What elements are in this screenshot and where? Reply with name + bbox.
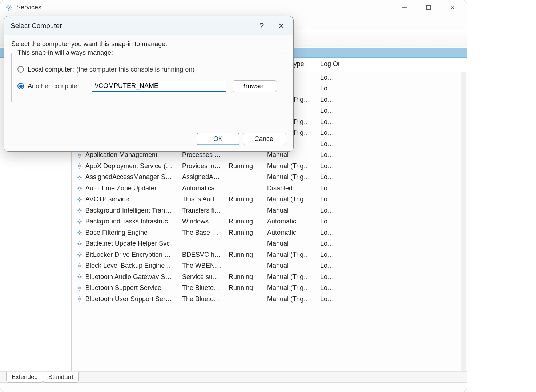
svg-point-20: [79, 243, 81, 245]
service-row[interactable]: BitLocker Drive Encryption …BDESVC hos…R…: [72, 249, 467, 260]
dialog-titlebar[interactable]: Select Computer ?: [4, 16, 293, 35]
service-row[interactable]: AppX Deployment Service (…Provides inf…R…: [72, 161, 467, 172]
service-logon: Loc…: [317, 272, 339, 282]
svg-point-14: [79, 176, 81, 178]
service-logon: Loc…: [317, 128, 339, 137]
close-button[interactable]: [440, 1, 464, 15]
service-logon: Loc…: [317, 95, 339, 104]
svg-point-15: [79, 187, 81, 189]
service-description: Windows in…: [179, 217, 226, 226]
service-startup-type: Automatic: [264, 228, 317, 237]
service-name-cell[interactable]: AppX Deployment Service (…: [72, 162, 179, 171]
service-description: Automatica…: [179, 184, 226, 193]
service-logon: Loc…: [317, 295, 339, 304]
service-status: [226, 154, 264, 156]
service-name: AssignedAccessManager Se…: [85, 173, 176, 181]
service-logon: Loc…: [317, 184, 339, 193]
statusbar: [0, 382, 467, 392]
tab-extended[interactable]: Extended: [6, 372, 43, 383]
service-status: [226, 298, 264, 300]
tab-standard[interactable]: Standard: [43, 372, 79, 383]
service-row[interactable]: Block Level Backup Engine …The WBENG…Man…: [72, 260, 467, 272]
col-logon[interactable]: Log On As: [317, 58, 339, 72]
group-legend: This snap-in will always manage:: [15, 49, 115, 57]
dialog-close-button[interactable]: [271, 18, 291, 34]
service-logon: Loc…: [317, 250, 339, 259]
service-description: The Base Fil…: [179, 228, 226, 237]
service-name-cell[interactable]: AVCTP service: [72, 195, 179, 204]
svg-point-0: [8, 7, 9, 8]
service-row[interactable]: Bluetooth User Support Ser…The Bluetoo…M…: [72, 294, 467, 305]
service-status: [226, 265, 264, 267]
service-description: BDESVC hos…: [179, 250, 226, 259]
gear-icon: [76, 251, 83, 258]
service-name-cell[interactable]: Background Tasks Infrastruc…: [72, 217, 179, 226]
service-name: Auto Time Zone Updater: [85, 185, 157, 192]
service-logon: Loc…: [317, 150, 339, 159]
radio-local-computer[interactable]: [17, 66, 24, 73]
service-row[interactable]: Battle.net Update Helper SvcManualLoc…: [72, 238, 467, 250]
browse-button[interactable]: Browse...: [233, 80, 277, 92]
gear-icon: [76, 207, 83, 214]
service-startup-type: Manual (Trig…: [264, 295, 317, 304]
service-logon: Loc…: [317, 239, 339, 248]
service-logon: Loc…: [317, 117, 339, 126]
service-name: Background Intelligent Tran…: [85, 207, 172, 214]
cancel-button[interactable]: Cancel: [243, 133, 286, 145]
svg-point-19: [79, 232, 81, 234]
service-description: Provides inf…: [179, 162, 226, 171]
service-name-cell[interactable]: Bluetooth Support Service: [72, 283, 179, 292]
svg-point-23: [79, 276, 81, 278]
service-description: [179, 243, 226, 245]
service-logon: Loc…: [317, 140, 339, 149]
service-logon: Loc…: [317, 173, 339, 182]
service-status: Running: [226, 162, 264, 171]
titlebar[interactable]: Services: [0, 0, 467, 15]
service-logon: Loc…: [317, 283, 339, 292]
service-name-cell[interactable]: Auto Time Zone Updater: [72, 184, 179, 193]
select-computer-dialog: Select Computer ? Select the computer yo…: [4, 16, 294, 152]
service-name-cell[interactable]: AssignedAccessManager Se…: [72, 173, 179, 182]
service-name-cell[interactable]: Bluetooth Audio Gateway S…: [72, 272, 179, 282]
service-logon: Loc…: [317, 84, 339, 93]
minimize-button[interactable]: [392, 1, 416, 15]
service-row[interactable]: Background Intelligent Tran…Transfers fi…: [72, 205, 467, 216]
computer-name-input[interactable]: [92, 81, 226, 92]
service-row[interactable]: Bluetooth Audio Gateway S…Service sup…Ru…: [72, 271, 467, 283]
svg-point-13: [79, 165, 81, 167]
service-name: Bluetooth Audio Gateway S…: [85, 273, 172, 281]
svg-point-22: [79, 265, 81, 267]
radio-another-computer-row[interactable]: Another computer: Browse...: [17, 80, 280, 93]
ok-button[interactable]: OK: [197, 133, 239, 145]
maximize-button[interactable]: [416, 1, 440, 15]
service-row[interactable]: AssignedAccessManager Se…AssignedAc…Manu…: [72, 172, 467, 183]
service-name-cell[interactable]: Block Level Backup Engine …: [72, 261, 179, 270]
service-name: Bluetooth Support Service: [85, 284, 161, 292]
help-button[interactable]: ?: [252, 18, 271, 34]
service-row[interactable]: AVCTP serviceThis is Audi…RunningManual …: [72, 194, 467, 205]
vertical-scrollbar[interactable]: [461, 72, 466, 371]
radio-another-computer[interactable]: [17, 83, 24, 89]
service-name-cell[interactable]: BitLocker Drive Encryption …: [72, 250, 179, 259]
service-row[interactable]: Background Tasks Infrastruc…Windows in…R…: [72, 216, 467, 227]
service-row[interactable]: Base Filtering EngineThe Base Fil…Runnin…: [72, 227, 467, 238]
svg-point-17: [79, 210, 81, 211]
service-status: Running: [226, 195, 264, 204]
service-logon: Loc…: [317, 106, 339, 115]
radio-local-computer-row[interactable]: Local computer: (the computer this conso…: [17, 63, 280, 76]
service-name: AppX Deployment Service (…: [85, 162, 172, 170]
svg-point-18: [79, 221, 81, 222]
service-row[interactable]: Auto Time Zone UpdaterAutomatica…Disable…: [72, 183, 467, 194]
service-startup-type: Manual (Trig…: [264, 173, 317, 182]
service-name-cell[interactable]: Base Filtering Engine: [72, 228, 179, 237]
service-name-cell[interactable]: Battle.net Update Helper Svc: [72, 239, 179, 248]
service-logon: Loc…: [317, 228, 339, 237]
service-name-cell[interactable]: Bluetooth User Support Ser…: [72, 295, 179, 304]
service-name: BitLocker Drive Encryption …: [85, 251, 171, 259]
service-status: Running: [226, 217, 264, 226]
service-name-cell[interactable]: Background Intelligent Tran…: [72, 206, 179, 215]
service-logon: Loc…: [317, 162, 339, 171]
gear-icon: [76, 174, 83, 181]
service-row[interactable]: Bluetooth Support ServiceThe Bluetoo…Run…: [72, 283, 467, 294]
service-name-cell[interactable]: Application Management: [72, 150, 179, 159]
